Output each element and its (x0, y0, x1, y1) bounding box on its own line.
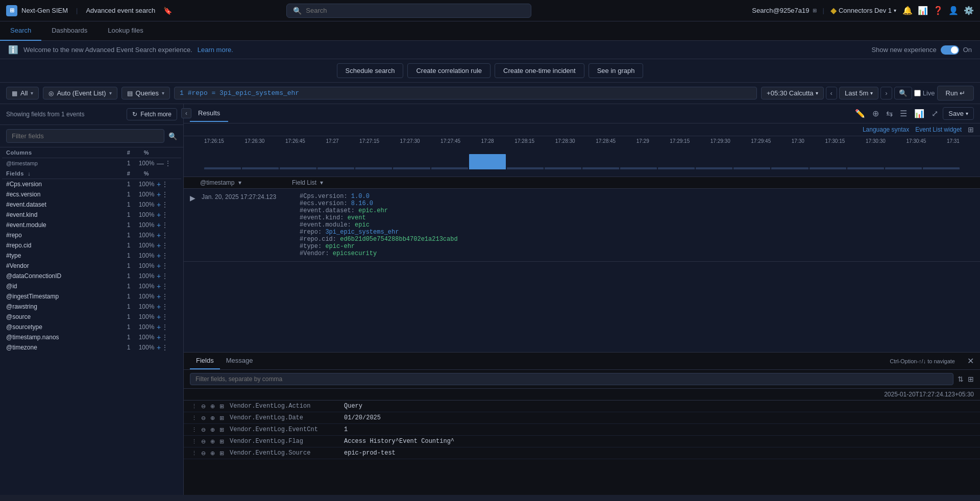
dots-id-btn[interactable]: ⋮ (162, 283, 168, 290)
copy-detail-icon[interactable]: ⊞ (968, 375, 974, 383)
user-icon[interactable]: 👤 (948, 6, 959, 15)
columns-icon-btn[interactable]: ☰ (897, 106, 910, 121)
add-cps-version-btn[interactable]: + (157, 180, 161, 188)
close-detail-btn[interactable]: ✕ (967, 356, 974, 366)
event-expand-btn[interactable]: ▶ (190, 194, 195, 202)
nav-advanced-event-search[interactable]: Advanced event search (86, 7, 155, 14)
detail-filter-1[interactable]: ⊕ (208, 414, 216, 422)
schedule-search-btn[interactable]: Schedule search (337, 63, 404, 78)
dots-source-btn[interactable]: ⋮ (162, 313, 168, 320)
add-id-btn[interactable]: + (157, 282, 161, 290)
chart-icon[interactable]: 📊 (918, 6, 928, 15)
expand-icon-btn[interactable]: ⤢ (929, 106, 941, 121)
detail-filter-2[interactable]: ⊕ (208, 425, 216, 434)
toggle-switch[interactable] (941, 45, 959, 55)
add-timezone-btn[interactable]: + (157, 343, 161, 352)
sort-detail-icon[interactable]: ⇅ (958, 375, 964, 383)
see-graph-btn[interactable]: See in graph (589, 63, 644, 78)
dots-dcid-btn[interactable]: ⋮ (162, 272, 168, 280)
settings-icon[interactable]: ⚙️ (964, 6, 974, 15)
query-input[interactable]: 1 #repo = 3pi_epic_systems_ehr (174, 87, 757, 99)
detail-filter-0[interactable]: ⊕ (208, 402, 216, 410)
widget-icon-btn[interactable]: ⊞ (968, 126, 974, 134)
dots-repo-btn[interactable]: ⋮ (162, 232, 168, 239)
dots-dataset-btn[interactable]: ⋮ (162, 201, 168, 208)
add-dataset-btn[interactable]: + (157, 201, 161, 209)
dots-sourcetype-btn[interactable]: ⋮ (162, 323, 168, 331)
save-btn[interactable]: Save ▾ (943, 107, 974, 120)
add-ts-nanos-btn[interactable]: + (157, 333, 161, 341)
event-list-widget-link[interactable]: Event List widget (915, 126, 962, 133)
search-input[interactable] (306, 7, 525, 14)
view-dropdown[interactable]: ◎ Auto (Event List) ▾ (43, 87, 117, 99)
time-prev-btn[interactable]: ‹ (826, 87, 837, 99)
dots-module-btn[interactable]: ⋮ (162, 221, 168, 229)
user-info[interactable]: Search@925e7a19 ⊞ (752, 7, 816, 14)
dots-type-btn[interactable]: ⋮ (162, 252, 168, 259)
dots-ingest-ts-btn[interactable]: ⋮ (162, 293, 168, 300)
add-vendor-btn[interactable]: + (157, 262, 161, 270)
detail-copy-1[interactable]: ⊞ (217, 414, 226, 422)
connector-info[interactable]: ◆ Connectors Dev 1 ▾ (830, 6, 896, 15)
learn-more-link[interactable]: Learn more. (198, 46, 233, 54)
detail-tab-fields[interactable]: Fields (190, 353, 220, 369)
add-ecs-btn[interactable]: + (157, 190, 161, 198)
detail-dots-0[interactable]: ⋮ (190, 402, 198, 410)
detail-filter-3[interactable]: ⊕ (208, 437, 216, 445)
chart-icon-btn[interactable]: 📊 (912, 106, 927, 121)
event-row-0[interactable]: ▶ Jan. 20, 2025 17:27:24.123 #Cps.versio… (184, 189, 980, 262)
add-repo-btn[interactable]: + (157, 231, 161, 239)
live-checkbox[interactable]: Live (914, 89, 935, 97)
collapse-sidebar-btn[interactable]: ‹ (181, 108, 191, 118)
dots-vendor-btn[interactable]: ⋮ (162, 262, 168, 269)
add-module-btn[interactable]: + (157, 221, 161, 229)
detail-dots-1[interactable]: ⋮ (190, 414, 198, 422)
dots-rawstring-btn[interactable]: ⋮ (162, 303, 168, 310)
detail-dots-2[interactable]: ⋮ (190, 425, 198, 434)
run-btn[interactable]: Run ↵ (937, 86, 974, 101)
detail-copy-2[interactable]: ⊞ (217, 425, 226, 434)
add-sourcetype-btn[interactable]: + (157, 323, 161, 331)
all-dropdown[interactable]: ▦ All ▾ (6, 87, 39, 99)
zoom-btn[interactable]: 🔍 (894, 87, 912, 99)
dots-timezone-btn[interactable]: ⋮ (162, 344, 168, 351)
add-dcid-btn[interactable]: + (157, 272, 161, 280)
detail-copy-4[interactable]: ⊞ (217, 449, 226, 457)
pencil-icon-btn[interactable]: ✏️ (852, 106, 868, 121)
add-type-btn[interactable]: + (157, 252, 161, 260)
tab-search[interactable]: Search (0, 21, 41, 41)
filter-icon-btn[interactable]: ⇆ (884, 106, 895, 121)
detail-filter-4[interactable]: ⊕ (208, 449, 216, 457)
add-rawstring-btn[interactable]: + (157, 303, 161, 311)
dots-ecs-btn[interactable]: ⋮ (162, 191, 168, 198)
timeline-area[interactable]: 17:26:15 17:26:30 17:26:45 17:27 17:27:1… (184, 136, 980, 177)
timerange-btn[interactable]: Last 5m ▾ (839, 87, 878, 99)
live-checkbox-input[interactable] (914, 90, 921, 96)
results-tab[interactable]: Results (190, 105, 228, 122)
add-kind-btn[interactable]: + (157, 211, 161, 219)
queries-dropdown[interactable]: ▤ Queries ▾ (121, 87, 170, 99)
timezone-btn[interactable]: +05:30 Calcutta ▾ (761, 87, 823, 99)
detail-dots-3[interactable]: ⋮ (190, 437, 198, 445)
timestamp-minus-btn[interactable]: — (157, 159, 164, 167)
filter-fields-input[interactable] (6, 129, 164, 143)
detail-copy-3[interactable]: ⊞ (217, 437, 226, 445)
time-next-btn[interactable]: › (880, 87, 892, 99)
create-incident-btn[interactable]: Create one-time incident (495, 63, 584, 78)
timestamp-dots-btn[interactable]: ⋮ (165, 160, 171, 167)
detail-copy-0[interactable]: ⊞ (217, 402, 226, 410)
bell-icon[interactable]: 🔔 (902, 6, 913, 15)
detail-minus-2[interactable]: ⊖ (199, 425, 207, 434)
fetch-more-btn[interactable]: ↻ Fetch more (127, 108, 177, 120)
language-syntax-link[interactable]: Language syntax (863, 126, 909, 133)
detail-minus-4[interactable]: ⊖ (199, 449, 207, 457)
detail-minus-3[interactable]: ⊖ (199, 437, 207, 445)
add-repo-cid-btn[interactable]: + (157, 241, 161, 249)
detail-minus-1[interactable]: ⊖ (199, 414, 207, 422)
tab-lookup-files[interactable]: Lookup files (97, 21, 153, 41)
help-icon[interactable]: ❓ (933, 6, 943, 15)
add-source-btn[interactable]: + (157, 313, 161, 321)
dots-ts-nanos-btn[interactable]: ⋮ (162, 334, 168, 341)
create-correlation-btn[interactable]: Create correlation rule (407, 63, 491, 78)
dots-kind-btn[interactable]: ⋮ (162, 211, 168, 218)
